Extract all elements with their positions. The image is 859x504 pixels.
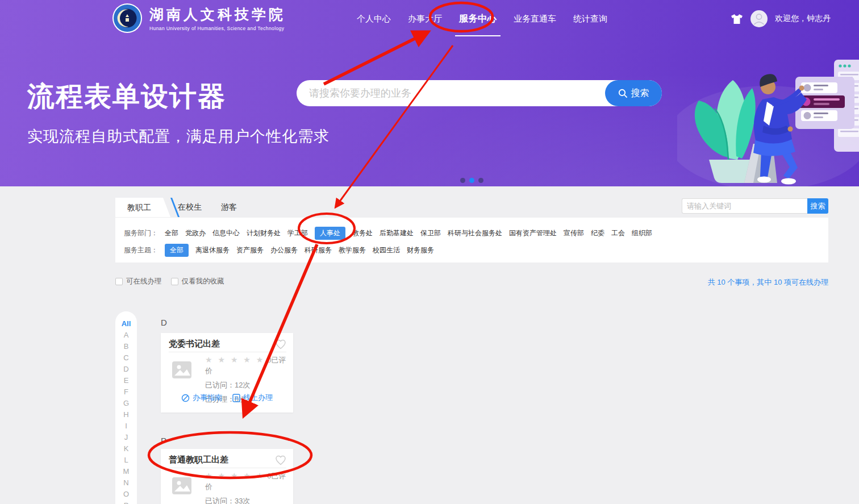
alphabet-letter[interactable]: P [124,500,129,504]
keyword-search-button[interactable]: 搜索 [807,198,828,214]
keyword-search-input[interactable] [682,198,807,214]
visit-count: 已访问：12次 [205,380,293,390]
university-logo: 湖南人文科技学院 Hunan University of Humanities,… [112,3,286,34]
alphabet-letter[interactable]: O [123,489,129,500]
topic-option[interactable]: 离退休服务 [195,244,230,257]
checkbox-icon [171,278,178,285]
alphabet-letter[interactable]: N [123,477,128,489]
university-name: 湖南人文科技学院 [149,5,286,24]
theme-shirt-icon[interactable] [731,14,743,24]
checkbox-icon [115,278,123,285]
department-option[interactable]: 科研与社会服务处 [448,227,502,240]
department-option[interactable]: 计划财务处 [247,227,281,240]
visit-count: 已访问：33次 [205,496,293,504]
topic-filter-row: 服务主题： 全部离退休服务资产服务办公服务科研服务教学服务校园生活财务服务 [124,244,434,257]
nav-item[interactable]: 统计查询 [573,0,607,38]
topic-option[interactable]: 科研服务 [305,244,332,257]
department-option[interactable]: 信息中心 [212,227,240,240]
audience-tab[interactable]: 在校生 [178,202,202,213]
topic-option[interactable]: 校园生活 [373,244,400,257]
topic-options: 全部离退休服务资产服务办公服务科研服务教学服务校园生活财务服务 [165,244,434,257]
carousel-dot[interactable] [460,178,465,183]
topic-option[interactable]: 办公服务 [270,244,298,257]
avatar[interactable] [750,10,768,27]
alphabet-letter[interactable]: C [123,352,128,364]
hero-search-bar: 搜索 [297,80,662,106]
alphabet-letter[interactable]: All [122,318,131,330]
favorite-heart-icon[interactable] [275,455,286,465]
topic-filter-label: 服务主题： [124,245,158,255]
hero-search-button[interactable]: 搜索 [605,80,662,106]
department-option[interactable]: 后勤基建处 [380,227,414,240]
hero-subtitle: 实现流程自助式配置，满足用户个性化需求 [27,126,330,147]
online-filter-label: 可在线办理 [126,277,162,286]
alphabet-letter[interactable]: J [124,432,128,443]
service-center-page: 湖南人文科技学院 Hunan University of Humanities,… [0,0,859,504]
carousel-dots [460,178,483,183]
alphabet-letter[interactable]: B [124,341,129,352]
service-card-putong[interactable]: 普通教职工出差 ★ ★ ★ ★ ★0已评价 已访问：33次 已办理：0次 [161,449,293,504]
topic-option[interactable]: 财务服务 [407,244,434,257]
department-option[interactable]: 全部 [165,227,178,240]
alphabet-letter[interactable]: K [124,443,129,455]
nav-item[interactable]: 业务直通车 [514,0,556,38]
online-link[interactable]: 线上办理 [232,393,273,403]
department-options: 全部党政办信息中心计划财务处学工部人事处教务处后勤基建处保卫部科研与社会服务处国… [165,227,652,240]
favorites-filter-checkbox[interactable]: 仅看我的收藏 [171,277,224,286]
department-option[interactable]: 工会 [611,227,625,240]
alphabet-letter[interactable]: M [123,466,130,477]
department-option[interactable]: 组织部 [632,227,652,240]
card-title: 普通教职工出差 [169,455,228,465]
online-filter-checkbox[interactable]: 可在线办理 [115,277,162,286]
rating-stars: ★ ★ ★ ★ ★ [205,355,265,364]
alphabet-letter[interactable]: L [124,455,128,466]
topic-option[interactable]: 教学服务 [339,244,366,257]
image-placeholder-icon [168,474,196,501]
service-card-dangwei[interactable]: 党委书记出差 ★ ★ ★ ★ ★0已评价 已访问：12次 已办理：0次 [161,333,293,413]
department-option[interactable]: 教务处 [352,227,373,240]
filter-panel: 服务部门： 全部党政办信息中心计划财务处学工部人事处教务处后勤基建处保卫部科研与… [115,218,828,263]
alphabet-letter[interactable]: H [123,409,128,420]
alphabet-letter[interactable]: I [125,420,127,432]
department-filter-label: 服务部门： [124,228,158,238]
department-option[interactable]: 纪委 [591,227,604,240]
hero-banner: 湖南人文科技学院 Hunan University of Humanities,… [0,0,859,186]
user-greeting: 欢迎您，钟志丹 [775,14,831,24]
favorite-heart-icon[interactable] [275,339,286,349]
topic-option[interactable]: 资产服务 [236,244,264,257]
guide-compass-icon [181,394,190,402]
header-user-area: 欢迎您，钟志丹 [731,0,831,38]
hero-search-input[interactable] [297,88,605,99]
alphabet-letter[interactable]: E [124,375,129,386]
department-option[interactable]: 宣传部 [564,227,584,240]
section-letter-d: D [161,318,167,327]
card-title: 党委书记出差 [169,339,220,349]
items-summary: 共 10 个事项，其中 10 项可在线办理 [708,277,828,288]
carousel-dot[interactable] [469,178,474,183]
audience-tab[interactable]: 游客 [221,202,237,213]
nav-item[interactable]: 服务中心 [459,0,497,38]
department-option[interactable]: 党政办 [185,227,206,240]
alphabet-letter[interactable]: A [124,330,129,341]
university-name-en: Hunan University of Humanities, Science … [149,26,286,31]
alphabet-letter[interactable]: D [123,364,128,375]
topic-option[interactable]: 全部 [165,244,189,257]
department-filter-row: 服务部门： 全部党政办信息中心计划财务处学工部人事处教务处后勤基建处保卫部科研与… [124,227,652,240]
list-toolbar: 可在线办理 仅看我的收藏 共 10 个事项，其中 10 项可在线办理 [115,277,828,287]
audience-tab[interactable]: 教职工 [115,198,163,217]
favorites-filter-label: 仅看我的收藏 [182,277,224,286]
guide-link[interactable]: 办事指南 [181,393,222,403]
alphabet-rail: AllABCDEFGHIJKLMNOP [115,311,137,504]
alphabet-letter[interactable]: G [123,398,129,409]
department-option[interactable]: 国有资产管理处 [509,227,557,240]
department-option[interactable]: 保卫部 [420,227,441,240]
alphabet-letter[interactable]: F [124,386,128,398]
nav-item[interactable]: 个人中心 [357,0,391,38]
department-option[interactable]: 学工部 [287,227,308,240]
main-nav: 个人中心办事大厅服务中心业务直通车统计查询 [357,0,607,38]
carousel-dot[interactable] [478,178,483,183]
nav-item[interactable]: 办事大厅 [408,0,442,38]
department-option[interactable]: 人事处 [315,227,345,240]
rating-stars: ★ ★ ★ ★ ★ [205,471,265,480]
top-navbar: 湖南人文科技学院 Hunan University of Humanities,… [0,0,859,38]
